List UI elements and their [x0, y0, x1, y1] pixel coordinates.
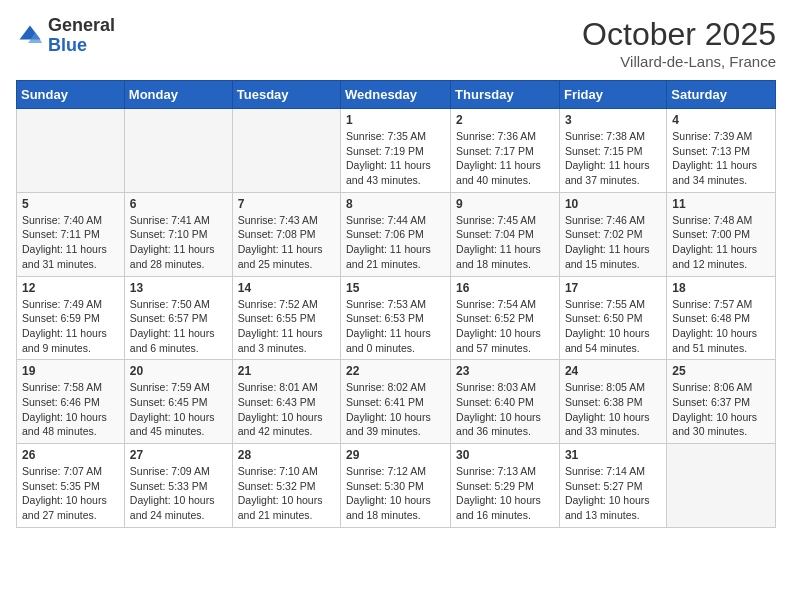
calendar-cell: [232, 109, 340, 193]
day-number: 31: [565, 448, 661, 462]
weekday-header-row: SundayMondayTuesdayWednesdayThursdayFrid…: [17, 81, 776, 109]
day-info: Sunrise: 7:14 AM Sunset: 5:27 PM Dayligh…: [565, 464, 661, 523]
calendar-week-5: 26Sunrise: 7:07 AM Sunset: 5:35 PM Dayli…: [17, 444, 776, 528]
day-number: 20: [130, 364, 227, 378]
location: Villard-de-Lans, France: [582, 53, 776, 70]
weekday-header-monday: Monday: [124, 81, 232, 109]
day-number: 5: [22, 197, 119, 211]
day-number: 14: [238, 281, 335, 295]
day-info: Sunrise: 8:06 AM Sunset: 6:37 PM Dayligh…: [672, 380, 770, 439]
calendar-cell: 22Sunrise: 8:02 AM Sunset: 6:41 PM Dayli…: [341, 360, 451, 444]
day-number: 24: [565, 364, 661, 378]
day-info: Sunrise: 7:12 AM Sunset: 5:30 PM Dayligh…: [346, 464, 445, 523]
day-info: Sunrise: 7:35 AM Sunset: 7:19 PM Dayligh…: [346, 129, 445, 188]
logo-icon: [16, 22, 44, 50]
day-number: 19: [22, 364, 119, 378]
title-block: October 2025 Villard-de-Lans, France: [582, 16, 776, 70]
calendar-cell: 13Sunrise: 7:50 AM Sunset: 6:57 PM Dayli…: [124, 276, 232, 360]
day-info: Sunrise: 7:44 AM Sunset: 7:06 PM Dayligh…: [346, 213, 445, 272]
calendar-cell: 2Sunrise: 7:36 AM Sunset: 7:17 PM Daylig…: [451, 109, 560, 193]
calendar-week-1: 1Sunrise: 7:35 AM Sunset: 7:19 PM Daylig…: [17, 109, 776, 193]
day-number: 26: [22, 448, 119, 462]
weekday-header-wednesday: Wednesday: [341, 81, 451, 109]
calendar-cell: 14Sunrise: 7:52 AM Sunset: 6:55 PM Dayli…: [232, 276, 340, 360]
day-info: Sunrise: 7:43 AM Sunset: 7:08 PM Dayligh…: [238, 213, 335, 272]
day-number: 1: [346, 113, 445, 127]
day-info: Sunrise: 7:36 AM Sunset: 7:17 PM Dayligh…: [456, 129, 554, 188]
calendar-cell: [17, 109, 125, 193]
day-number: 7: [238, 197, 335, 211]
day-number: 29: [346, 448, 445, 462]
day-number: 25: [672, 364, 770, 378]
calendar-cell: 11Sunrise: 7:48 AM Sunset: 7:00 PM Dayli…: [667, 192, 776, 276]
calendar-cell: 30Sunrise: 7:13 AM Sunset: 5:29 PM Dayli…: [451, 444, 560, 528]
calendar-cell: 23Sunrise: 8:03 AM Sunset: 6:40 PM Dayli…: [451, 360, 560, 444]
day-info: Sunrise: 8:01 AM Sunset: 6:43 PM Dayligh…: [238, 380, 335, 439]
day-info: Sunrise: 7:50 AM Sunset: 6:57 PM Dayligh…: [130, 297, 227, 356]
day-number: 2: [456, 113, 554, 127]
day-info: Sunrise: 7:40 AM Sunset: 7:11 PM Dayligh…: [22, 213, 119, 272]
day-number: 10: [565, 197, 661, 211]
calendar-cell: 8Sunrise: 7:44 AM Sunset: 7:06 PM Daylig…: [341, 192, 451, 276]
day-info: Sunrise: 7:53 AM Sunset: 6:53 PM Dayligh…: [346, 297, 445, 356]
day-number: 3: [565, 113, 661, 127]
calendar-cell: 4Sunrise: 7:39 AM Sunset: 7:13 PM Daylig…: [667, 109, 776, 193]
day-info: Sunrise: 7:09 AM Sunset: 5:33 PM Dayligh…: [130, 464, 227, 523]
day-number: 21: [238, 364, 335, 378]
month-title: October 2025: [582, 16, 776, 53]
weekday-header-sunday: Sunday: [17, 81, 125, 109]
day-info: Sunrise: 7:45 AM Sunset: 7:04 PM Dayligh…: [456, 213, 554, 272]
day-info: Sunrise: 8:03 AM Sunset: 6:40 PM Dayligh…: [456, 380, 554, 439]
day-number: 27: [130, 448, 227, 462]
calendar-cell: 15Sunrise: 7:53 AM Sunset: 6:53 PM Dayli…: [341, 276, 451, 360]
day-number: 15: [346, 281, 445, 295]
calendar-cell: 31Sunrise: 7:14 AM Sunset: 5:27 PM Dayli…: [559, 444, 666, 528]
calendar-cell: 9Sunrise: 7:45 AM Sunset: 7:04 PM Daylig…: [451, 192, 560, 276]
day-number: 6: [130, 197, 227, 211]
calendar-cell: 19Sunrise: 7:58 AM Sunset: 6:46 PM Dayli…: [17, 360, 125, 444]
logo: General Blue: [16, 16, 115, 56]
day-number: 4: [672, 113, 770, 127]
calendar-cell: 18Sunrise: 7:57 AM Sunset: 6:48 PM Dayli…: [667, 276, 776, 360]
calendar-cell: 1Sunrise: 7:35 AM Sunset: 7:19 PM Daylig…: [341, 109, 451, 193]
day-info: Sunrise: 7:48 AM Sunset: 7:00 PM Dayligh…: [672, 213, 770, 272]
calendar-cell: 10Sunrise: 7:46 AM Sunset: 7:02 PM Dayli…: [559, 192, 666, 276]
calendar-cell: [124, 109, 232, 193]
day-info: Sunrise: 7:07 AM Sunset: 5:35 PM Dayligh…: [22, 464, 119, 523]
day-info: Sunrise: 7:57 AM Sunset: 6:48 PM Dayligh…: [672, 297, 770, 356]
day-info: Sunrise: 7:54 AM Sunset: 6:52 PM Dayligh…: [456, 297, 554, 356]
day-number: 16: [456, 281, 554, 295]
weekday-header-friday: Friday: [559, 81, 666, 109]
day-info: Sunrise: 7:52 AM Sunset: 6:55 PM Dayligh…: [238, 297, 335, 356]
calendar-week-3: 12Sunrise: 7:49 AM Sunset: 6:59 PM Dayli…: [17, 276, 776, 360]
day-number: 13: [130, 281, 227, 295]
day-info: Sunrise: 8:05 AM Sunset: 6:38 PM Dayligh…: [565, 380, 661, 439]
calendar-cell: 12Sunrise: 7:49 AM Sunset: 6:59 PM Dayli…: [17, 276, 125, 360]
weekday-header-thursday: Thursday: [451, 81, 560, 109]
calendar-cell: 3Sunrise: 7:38 AM Sunset: 7:15 PM Daylig…: [559, 109, 666, 193]
day-info: Sunrise: 7:38 AM Sunset: 7:15 PM Dayligh…: [565, 129, 661, 188]
day-number: 8: [346, 197, 445, 211]
weekday-header-saturday: Saturday: [667, 81, 776, 109]
calendar-week-2: 5Sunrise: 7:40 AM Sunset: 7:11 PM Daylig…: [17, 192, 776, 276]
day-info: Sunrise: 7:46 AM Sunset: 7:02 PM Dayligh…: [565, 213, 661, 272]
logo-general-text: General: [48, 16, 115, 36]
calendar-cell: 21Sunrise: 8:01 AM Sunset: 6:43 PM Dayli…: [232, 360, 340, 444]
calendar-cell: 5Sunrise: 7:40 AM Sunset: 7:11 PM Daylig…: [17, 192, 125, 276]
day-info: Sunrise: 7:59 AM Sunset: 6:45 PM Dayligh…: [130, 380, 227, 439]
day-info: Sunrise: 7:49 AM Sunset: 6:59 PM Dayligh…: [22, 297, 119, 356]
day-number: 12: [22, 281, 119, 295]
calendar-cell: 7Sunrise: 7:43 AM Sunset: 7:08 PM Daylig…: [232, 192, 340, 276]
calendar-cell: 24Sunrise: 8:05 AM Sunset: 6:38 PM Dayli…: [559, 360, 666, 444]
page-header: General Blue October 2025 Villard-de-Lan…: [16, 16, 776, 70]
day-info: Sunrise: 7:58 AM Sunset: 6:46 PM Dayligh…: [22, 380, 119, 439]
day-number: 18: [672, 281, 770, 295]
day-number: 23: [456, 364, 554, 378]
calendar-cell: 16Sunrise: 7:54 AM Sunset: 6:52 PM Dayli…: [451, 276, 560, 360]
calendar-cell: 29Sunrise: 7:12 AM Sunset: 5:30 PM Dayli…: [341, 444, 451, 528]
day-info: Sunrise: 8:02 AM Sunset: 6:41 PM Dayligh…: [346, 380, 445, 439]
calendar-cell: 28Sunrise: 7:10 AM Sunset: 5:32 PM Dayli…: [232, 444, 340, 528]
calendar-week-4: 19Sunrise: 7:58 AM Sunset: 6:46 PM Dayli…: [17, 360, 776, 444]
day-info: Sunrise: 7:10 AM Sunset: 5:32 PM Dayligh…: [238, 464, 335, 523]
day-number: 30: [456, 448, 554, 462]
